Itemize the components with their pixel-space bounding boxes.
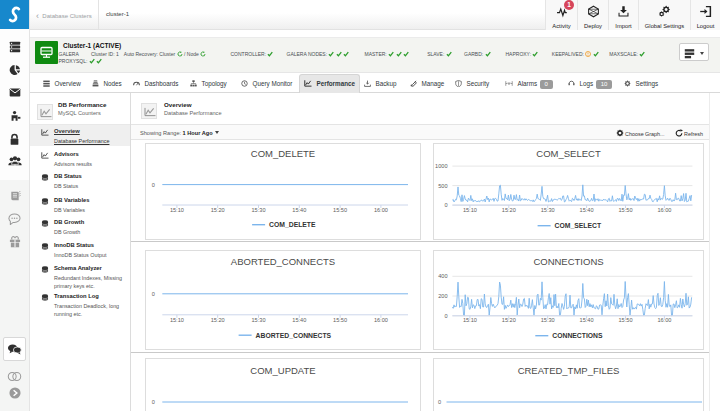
svg-text:COM_DELETE: COM_DELETE (269, 221, 316, 228)
svg-text:15:10: 15:10 (169, 207, 183, 213)
svg-text:COM_SELECT: COM_SELECT (536, 148, 601, 159)
svg-text:CREATED_TMP_FILES: CREATED_TMP_FILES (517, 365, 619, 376)
svg-text:15:20: 15:20 (501, 317, 515, 323)
svg-text:16:00: 16:00 (657, 207, 671, 213)
svg-text:15:50: 15:50 (333, 316, 347, 322)
svg-text:15:40: 15:40 (292, 207, 306, 213)
svg-text:15:10: 15:10 (169, 316, 183, 322)
svg-text:ABORTED_CONNECTS: ABORTED_CONNECTS (255, 331, 331, 338)
svg-text:500: 500 (438, 182, 447, 188)
svg-text:15:40: 15:40 (292, 316, 306, 322)
svg-text:COM_DELETE: COM_DELETE (250, 148, 314, 159)
svg-text:15:30: 15:30 (540, 317, 554, 323)
svg-text:15:30: 15:30 (251, 316, 265, 322)
svg-text:15:20: 15:20 (501, 207, 515, 213)
svg-text:15:10: 15:10 (462, 317, 476, 323)
svg-text:0: 0 (151, 290, 154, 296)
svg-text:15:30: 15:30 (540, 207, 554, 213)
svg-text:15:10: 15:10 (462, 207, 476, 213)
svg-text:15:20: 15:20 (210, 316, 224, 322)
svg-text:16:00: 16:00 (373, 207, 387, 213)
svg-text:0: 0 (151, 399, 154, 405)
svg-text:COM_UPDATE: COM_UPDATE (250, 365, 315, 376)
svg-text:0: 0 (444, 202, 447, 208)
svg-text:15:50: 15:50 (618, 207, 632, 213)
svg-text:0: 0 (151, 181, 154, 187)
svg-text:0: 0 (444, 312, 447, 318)
svg-text:15:50: 15:50 (618, 317, 632, 323)
svg-text:15:20: 15:20 (210, 207, 224, 213)
svg-text:CONNECTIONS: CONNECTIONS (552, 332, 603, 339)
svg-text:0: 0 (437, 399, 440, 405)
svg-text:15:50: 15:50 (333, 207, 347, 213)
svg-text:15:30: 15:30 (251, 207, 265, 213)
svg-text:400: 400 (438, 273, 447, 279)
svg-text:ABORTED_CONNECTS: ABORTED_CONNECTS (230, 256, 334, 267)
svg-text:16:00: 16:00 (373, 316, 387, 322)
svg-text:1000: 1000 (435, 163, 447, 169)
svg-text:16:00: 16:00 (657, 317, 671, 323)
svg-text:COM_SELECT: COM_SELECT (554, 222, 601, 229)
svg-text:200: 200 (438, 293, 447, 299)
svg-text:CONNECTIONS: CONNECTIONS (533, 256, 603, 267)
svg-text:15:40: 15:40 (579, 317, 593, 323)
svg-text:15:40: 15:40 (579, 207, 593, 213)
